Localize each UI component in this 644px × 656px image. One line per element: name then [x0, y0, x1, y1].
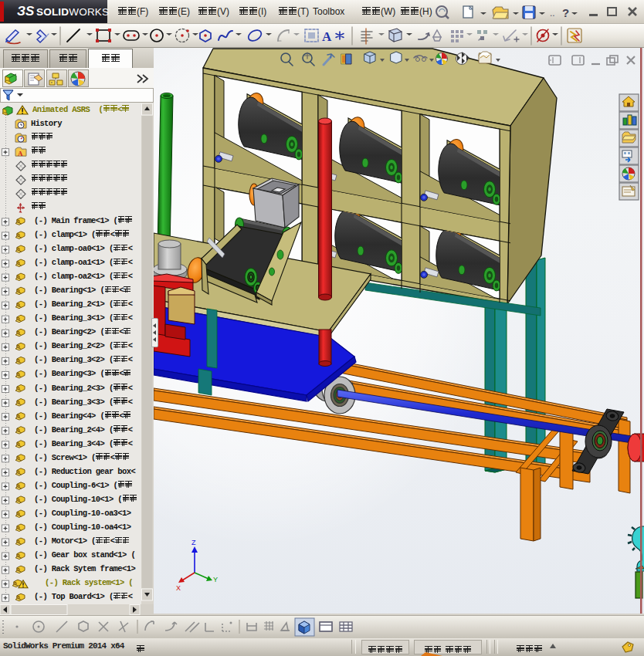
svg-text:..: .. [550, 8, 555, 19]
svg-text:?: ? [562, 6, 569, 19]
svg-text:Y: Y [213, 576, 218, 583]
svg-text:X: X [176, 584, 181, 592]
svg-text:A: A [322, 29, 332, 44]
svg-text:Z: Z [192, 539, 196, 546]
